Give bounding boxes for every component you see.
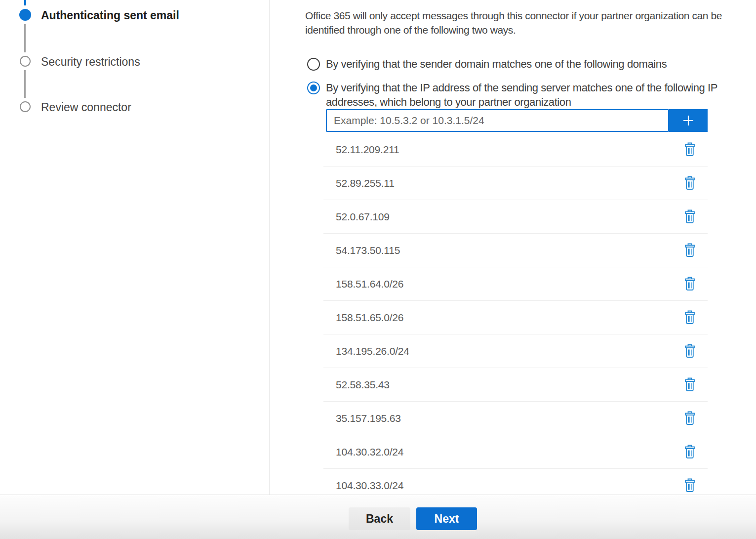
delete-ip-button[interactable] [682,342,698,360]
trash-icon [684,478,696,493]
step-connector-top [24,0,26,5]
ip-value: 158.51.64.0/26 [336,278,682,290]
delete-ip-button[interactable] [682,476,698,495]
ip-row: 52.58.35.43 [323,368,708,402]
trash-icon [684,377,696,392]
delete-ip-button[interactable] [682,443,698,461]
ip-row: 35.157.195.63 [323,402,708,435]
trash-icon [684,310,696,325]
ip-row: 52.0.67.109 [323,200,708,234]
trash-icon [684,176,696,190]
ip-row: 104.30.33.0/24 [323,469,708,495]
ip-row: 52.89.255.11 [323,166,708,200]
ip-value: 158.51.65.0/26 [336,312,682,324]
ip-input-row [323,109,708,132]
option-sender-domain-label: By verifying that the sender domain matc… [326,57,736,71]
ip-value: 52.58.35.43 [336,379,682,391]
step-connector-line [24,70,26,98]
step-indicator-security [20,56,31,67]
trash-icon [684,445,696,459]
back-button[interactable]: Back [349,507,410,530]
intro-text: Office 365 will only accept messages thr… [305,8,756,37]
step-active-indicator [19,9,31,21]
ip-value: 52.0.67.109 [336,211,682,223]
radio-ip-address[interactable] [307,82,320,94]
ip-value: 104.30.32.0/24 [336,446,682,458]
ip-list: 52.11.209.211 52.89.255.11 52.0.67.109 [323,133,708,495]
ip-value: 52.11.209.211 [336,144,682,156]
trash-icon [684,277,696,291]
step-connector-line [24,24,26,52]
ip-value: 54.173.50.115 [336,245,682,256]
step-security-restrictions[interactable]: Security restrictions [41,55,140,69]
delete-ip-button[interactable] [682,140,698,159]
step-authenticating-sent-email[interactable]: Authenticating sent email [41,9,179,22]
plus-icon [680,113,696,128]
trash-icon [684,344,696,358]
ip-value: 104.30.33.0/24 [336,480,682,492]
ip-row: 52.11.209.211 [323,133,708,166]
delete-ip-button[interactable] [682,409,698,427]
wizard-footer: Back Next [0,495,756,539]
delete-ip-button[interactable] [682,308,698,327]
ip-address-section: 52.11.209.211 52.89.255.11 52.0.67.109 [323,109,708,495]
delete-ip-button[interactable] [682,375,698,394]
trash-icon [684,243,696,257]
step-indicator-review [20,101,31,112]
option-ip-address: By verifying that the IP address of the … [307,81,736,109]
step-review-connector[interactable]: Review connector [41,101,131,114]
ip-value: 134.195.26.0/24 [336,345,682,357]
delete-ip-button[interactable] [682,275,698,293]
delete-ip-button[interactable] [682,174,698,192]
option-ip-address-label: By verifying that the IP address of the … [326,81,736,109]
add-ip-button[interactable] [669,109,708,132]
ip-value: 35.157.195.63 [336,413,682,424]
ip-row: 158.51.65.0/26 [323,301,708,334]
ip-row: 134.195.26.0/24 [323,334,708,368]
delete-ip-button[interactable] [682,207,698,226]
delete-ip-button[interactable] [682,241,698,259]
ip-value: 52.89.255.11 [336,177,682,189]
ip-address-input[interactable] [326,109,669,132]
connector-wizard-page: Authenticating sent email Security restr… [0,0,756,539]
radio-sender-domain[interactable] [307,58,320,71]
option-sender-domain: By verifying that the sender domain matc… [307,57,736,71]
trash-icon [684,209,696,224]
next-button[interactable]: Next [416,507,477,530]
main-content: Office 365 will only accept messages thr… [270,0,756,495]
trash-icon [684,411,696,425]
ip-row: 104.30.32.0/24 [323,435,708,469]
ip-row: 54.173.50.115 [323,234,708,267]
ip-row: 158.51.64.0/26 [323,267,708,301]
trash-icon [684,142,696,157]
